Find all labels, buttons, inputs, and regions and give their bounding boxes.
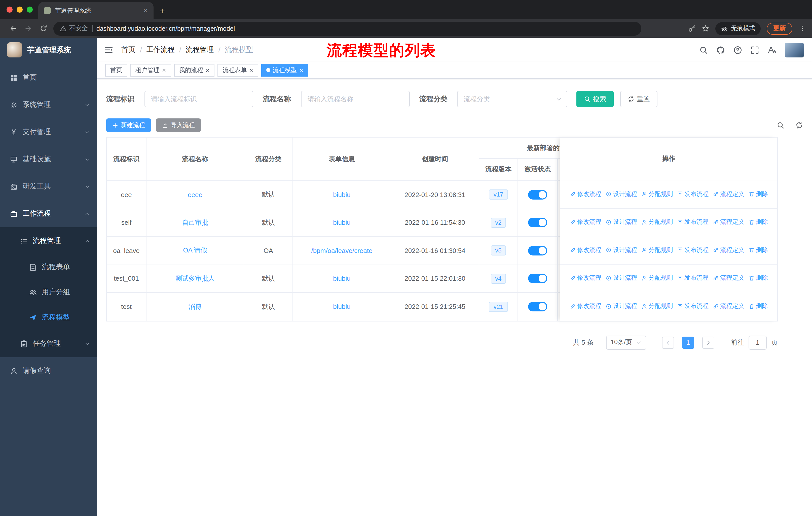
active-toggle[interactable] <box>528 190 547 199</box>
search-button[interactable]: 搜索 <box>576 91 614 107</box>
publish-action[interactable]: 发布流程 <box>677 190 708 198</box>
assign-action[interactable]: 分配规则 <box>641 218 673 226</box>
design-action[interactable]: 设计流程 <box>605 302 637 311</box>
tab-close-icon[interactable]: × <box>141 6 149 15</box>
design-action[interactable]: 设计流程 <box>605 218 637 226</box>
publish-action[interactable]: 发布流程 <box>677 302 708 311</box>
help-icon[interactable] <box>733 46 742 54</box>
browser-tab[interactable]: 芋道管理系统 × <box>38 2 153 19</box>
active-toggle[interactable] <box>528 218 547 227</box>
reload-button[interactable] <box>36 21 50 35</box>
process-name-link[interactable]: 测试多审批人 <box>175 274 215 283</box>
header-search-icon[interactable] <box>699 46 708 54</box>
bookmark-star-icon[interactable] <box>702 25 709 32</box>
sidebar-item[interactable]: 流程表单 <box>0 254 97 280</box>
close-window-button[interactable] <box>6 6 12 12</box>
sidebar-logo[interactable]: 芋道管理系统 <box>0 38 97 62</box>
assign-action[interactable]: 分配规则 <box>641 246 673 254</box>
link-action[interactable]: 流程定义 <box>713 246 744 254</box>
category-select[interactable]: 流程分类 <box>457 91 567 107</box>
close-icon[interactable]: × <box>249 67 253 73</box>
edit-action[interactable]: 修改流程 <box>570 246 601 254</box>
publish-action[interactable]: 发布流程 <box>677 274 708 282</box>
refresh-table-icon[interactable] <box>795 121 803 129</box>
address-bar[interactable]: 不安全 dashboard.yudao.iocoder.cn/bpm/manag… <box>53 21 641 35</box>
edit-action[interactable]: 修改流程 <box>570 302 601 311</box>
security-indicator[interactable]: 不安全 <box>60 24 88 33</box>
form-link[interactable]: biubiu <box>333 191 350 198</box>
page-size-select[interactable]: 10条/页 <box>606 335 646 350</box>
active-toggle[interactable] <box>528 274 547 283</box>
publish-action[interactable]: 发布流程 <box>677 218 708 226</box>
user-avatar[interactable] <box>785 43 804 57</box>
tag-首页[interactable]: 首页 <box>105 64 127 76</box>
close-icon[interactable]: × <box>162 67 166 73</box>
active-toggle[interactable] <box>528 246 547 255</box>
breadcrumb-item[interactable]: 工作流程 <box>146 45 175 54</box>
process-name-input[interactable] <box>301 91 410 107</box>
sidebar-item[interactable]: 研发工具 <box>0 173 97 200</box>
create-process-button[interactable]: 新建流程 <box>106 118 151 132</box>
edit-action[interactable]: 修改流程 <box>570 274 601 282</box>
sidebar-item[interactable]: 流程管理 <box>0 227 97 254</box>
form-link[interactable]: biubiu <box>333 303 350 311</box>
forward-button[interactable] <box>21 21 35 35</box>
process-name-link[interactable]: eeee <box>188 191 202 198</box>
back-button[interactable] <box>6 21 20 35</box>
edit-action[interactable]: 修改流程 <box>570 190 601 198</box>
goto-page-input[interactable] <box>749 335 767 350</box>
current-page[interactable]: 1 <box>682 336 694 349</box>
sidebar-item[interactable]: 支付管理 <box>0 118 97 146</box>
design-action[interactable]: 设计流程 <box>605 274 637 282</box>
design-action[interactable]: 设计流程 <box>605 190 637 198</box>
next-page-button[interactable] <box>702 336 714 349</box>
assign-action[interactable]: 分配规则 <box>641 302 673 311</box>
sidebar-item[interactable]: 请假查询 <box>0 357 97 384</box>
tag-租户管理[interactable]: 租户管理× <box>130 64 171 76</box>
browser-menu-icon[interactable] <box>799 25 806 32</box>
prev-page-button[interactable] <box>662 336 674 349</box>
process-name-link[interactable]: OA 请假 <box>183 246 207 255</box>
password-key-icon[interactable] <box>688 25 696 32</box>
toggle-search-icon[interactable] <box>777 121 784 129</box>
close-icon[interactable]: × <box>206 67 209 73</box>
process-name-link[interactable]: 自己审批 <box>182 218 208 227</box>
form-link[interactable]: /bpm/oa/leave/create <box>311 247 373 254</box>
reset-button[interactable]: 重置 <box>620 91 658 107</box>
breadcrumb-item[interactable]: 流程管理 <box>186 45 214 54</box>
sidebar-item[interactable]: 首页 <box>0 64 97 91</box>
sidebar-item[interactable]: 工作流程 <box>0 200 97 227</box>
breadcrumb-item[interactable]: 首页 <box>121 45 136 54</box>
new-tab-button[interactable]: + <box>160 6 165 16</box>
delete-action[interactable]: 删除 <box>748 274 768 282</box>
form-link[interactable]: biubiu <box>333 219 350 226</box>
browser-update-button[interactable]: 更新 <box>767 22 792 34</box>
github-icon[interactable] <box>716 46 725 54</box>
sidebar-item[interactable]: 系统管理 <box>0 91 97 118</box>
process-name-link[interactable]: 滔博 <box>188 302 202 311</box>
sidebar-item[interactable]: 用户分组 <box>0 280 97 305</box>
delete-action[interactable]: 删除 <box>748 190 768 198</box>
link-action[interactable]: 流程定义 <box>713 302 744 311</box>
minimize-window-button[interactable] <box>17 6 23 12</box>
sidebar-item[interactable]: 任务管理 <box>0 330 97 357</box>
maximize-window-button[interactable] <box>27 6 33 12</box>
tag-我的流程[interactable]: 我的流程× <box>174 64 214 76</box>
form-link[interactable]: biubiu <box>333 275 350 282</box>
assign-action[interactable]: 分配规则 <box>641 190 673 198</box>
sidebar-item[interactable]: 基础设施 <box>0 146 97 173</box>
sidebar-item[interactable]: 流程模型 <box>0 305 97 330</box>
edit-action[interactable]: 修改流程 <box>570 218 601 226</box>
link-action[interactable]: 流程定义 <box>713 190 744 198</box>
assign-action[interactable]: 分配规则 <box>641 274 673 282</box>
link-action[interactable]: 流程定义 <box>713 274 744 282</box>
active-toggle[interactable] <box>528 302 547 312</box>
delete-action[interactable]: 删除 <box>748 246 768 254</box>
link-action[interactable]: 流程定义 <box>713 218 744 226</box>
process-id-input[interactable] <box>144 91 253 107</box>
tag-流程表单[interactable]: 流程表单× <box>218 64 258 76</box>
close-icon[interactable]: × <box>299 67 303 73</box>
design-action[interactable]: 设计流程 <box>605 246 637 254</box>
collapse-sidebar-icon[interactable] <box>104 45 113 54</box>
fullscreen-icon[interactable] <box>751 46 759 54</box>
